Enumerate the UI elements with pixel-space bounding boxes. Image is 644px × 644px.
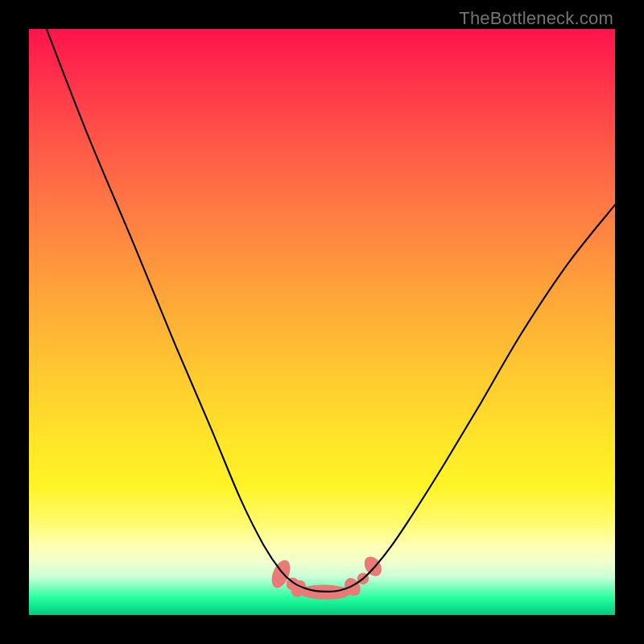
bottleneck-curve bbox=[47, 29, 615, 592]
plot-area bbox=[29, 29, 615, 615]
chart-svg bbox=[29, 29, 615, 615]
chart-frame: TheBottleneck.com bbox=[0, 0, 644, 644]
watermark-text: TheBottleneck.com bbox=[459, 8, 613, 29]
